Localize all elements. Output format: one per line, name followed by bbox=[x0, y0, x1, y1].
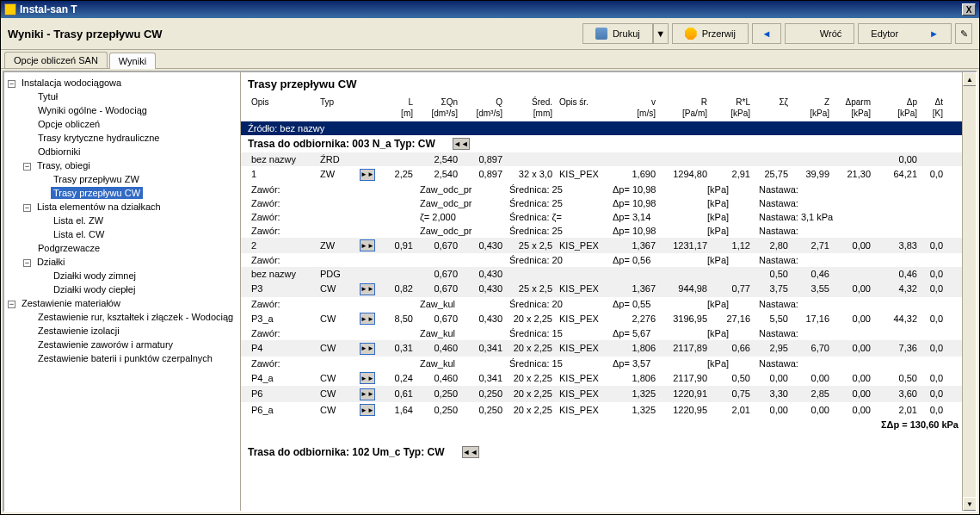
expand-button[interactable]: ►► bbox=[360, 239, 375, 251]
expand-button[interactable]: ►► bbox=[360, 313, 375, 325]
valve-row: Zawór:ζ= 2,000Średnica: ζ=Δp= 3,14[kPa]N… bbox=[241, 210, 976, 224]
extra-button[interactable]: ✎ bbox=[955, 23, 972, 44]
back-button[interactable]: ◄ bbox=[752, 23, 781, 44]
expand-button[interactable]: ►► bbox=[360, 283, 375, 295]
stop-button[interactable]: Przerwij bbox=[672, 23, 749, 44]
tree-dzialki[interactable]: Działki bbox=[34, 256, 67, 268]
expand-button[interactable]: ►► bbox=[360, 169, 375, 181]
data-row: 1ZW►►2,252,5400,89732 x 3,0KIS_PEX1,6901… bbox=[241, 166, 976, 183]
tree-lista-cw[interactable]: Lista el. CW bbox=[51, 228, 107, 240]
tree-panel: −Instalacja wodociągowa Tytuł Wyniki ogó… bbox=[4, 72, 241, 511]
tree-toggle[interactable]: − bbox=[23, 204, 31, 212]
valve-row: Zawór:Zaw_kulŚrednica: 20Δp= 0,55[kPa]Na… bbox=[241, 297, 976, 311]
editor-button[interactable]: Edytor► bbox=[858, 23, 952, 44]
tree-wyniki-ogolne[interactable]: Wyniki ogólne - Wodociąg bbox=[35, 104, 150, 116]
tree-trasy-cw[interactable]: Trasy przepływu CW bbox=[51, 187, 143, 199]
toolbar: Wyniki - Trasy przepływu CW Drukuj ▼ Prz… bbox=[1, 18, 979, 50]
collapse-button[interactable]: ◄◄ bbox=[462, 446, 479, 458]
stop-icon bbox=[685, 28, 697, 40]
expand-button[interactable]: ►► bbox=[360, 388, 375, 400]
data-row: P4CW►►0,310,4600,34120 x 2,25KIS_PEX1,80… bbox=[241, 340, 976, 357]
sum-row: ΣΔp = 130,60 kPa bbox=[241, 418, 976, 431]
source-bar: Źródło: bez nazwy bbox=[241, 121, 976, 135]
expand-button[interactable]: ►► bbox=[360, 404, 375, 416]
expand-button[interactable]: ►► bbox=[360, 343, 375, 355]
tree-toggle[interactable]: − bbox=[23, 259, 31, 267]
data-row: P3CW►►0,820,6700,43025 x 2,5KIS_PEX1,367… bbox=[241, 281, 976, 297]
tab-opcje[interactable]: Opcje obliczeń SAN bbox=[4, 52, 108, 68]
scroll-up-button[interactable]: ▲ bbox=[963, 72, 976, 86]
tree-lista-zw[interactable]: Lista el. ZW bbox=[51, 214, 106, 226]
arrow-left-icon: ◄ bbox=[761, 28, 771, 39]
valve-row: Zawór:Średnica: 20Δp= 0,56[kPa]Nastawa: bbox=[241, 253, 976, 267]
print-dropdown[interactable]: ▼ bbox=[653, 23, 669, 44]
valve-row: Zawór:Zaw_odc_prŚrednica: 25Δp= 10,98[kP… bbox=[241, 224, 976, 238]
valve-row: Zawór:Zaw_odc_prŚrednica: 25Δp= 10,98[kP… bbox=[241, 196, 976, 210]
tree-toggle[interactable]: − bbox=[23, 163, 31, 171]
group-header-2: Trasa do odbiornika: 102 Um_c Typ: CW ◄◄ bbox=[241, 444, 976, 461]
page-title: Wyniki - Trasy przepływu CW bbox=[8, 28, 579, 40]
data-row: P6CW►►0,610,2500,25020 x 2,25KIS_PEX1,32… bbox=[241, 386, 976, 402]
expand-button[interactable]: ►► bbox=[360, 372, 375, 384]
column-units: [m] [dm³/s] [dm³/s] [mm] [m/s] [Pa/m] [k… bbox=[241, 109, 976, 121]
titlebar: Instal-san T X bbox=[1, 1, 979, 18]
tree-toggle[interactable]: − bbox=[8, 301, 15, 308]
close-button[interactable]: X bbox=[962, 3, 976, 16]
app-icon bbox=[4, 3, 16, 16]
vertical-scrollbar[interactable]: ▲ ▼ bbox=[962, 72, 976, 511]
data-title: Trasy przepływu CW bbox=[241, 72, 976, 96]
valve-row: Zawór:Zaw_kulŚrednica: 15Δp= 5,67[kPa]Na… bbox=[241, 326, 976, 340]
tree-zest-baterii[interactable]: Zestawienie baterii i punktów czerpalnyc… bbox=[35, 352, 215, 364]
tree-trasy-zw[interactable]: Trasy przepływu ZW bbox=[51, 173, 142, 185]
tree-toggle[interactable]: − bbox=[8, 80, 15, 88]
tree-zest-izolacji[interactable]: Zestawienie izolacji bbox=[35, 325, 122, 337]
data-panel: Trasy przepływu CW Opis Typ L ΣQn Q Śred… bbox=[241, 72, 976, 511]
tree-trasy-krytyczne[interactable]: Trasy krytyczne hydrauliczne bbox=[35, 132, 162, 144]
tree-lista-elementow[interactable]: Lista elementów na działkach bbox=[34, 201, 163, 213]
tree-root-instalacja[interactable]: Instalacja wodociągowa bbox=[19, 77, 124, 89]
data-row: P3_aCW►►8,500,6700,43020 x 2,25KIS_PEX2,… bbox=[241, 311, 976, 327]
tree-opcje[interactable]: Opcje obliczeń bbox=[35, 118, 102, 130]
tree-odbiorniki[interactable]: Odbiorniki bbox=[35, 146, 83, 158]
tree-root-zestawienie[interactable]: Zestawienie materiałów bbox=[19, 297, 123, 309]
data-row: P6_aCW►►1,640,2500,25020 x 2,25KIS_PEX1,… bbox=[241, 402, 976, 419]
group-header-1: Trasa do odbiornika: 003 N_a Typ: CW ◄◄ bbox=[241, 135, 976, 152]
tree-trasy-obiegi[interactable]: Trasy, obiegi bbox=[34, 159, 93, 171]
tree-dzialki-cieplej[interactable]: Działki wody ciepłej bbox=[51, 283, 138, 295]
tree-dzialki-zimnej[interactable]: Działki wody zimnej bbox=[51, 270, 139, 282]
print-button[interactable]: Drukuj bbox=[582, 23, 653, 44]
arrow-right-icon: ► bbox=[929, 28, 939, 39]
tree-tytul[interactable]: Tytuł bbox=[35, 90, 60, 102]
scroll-down-button[interactable]: ▼ bbox=[963, 497, 976, 511]
tree-zest-zaworow[interactable]: Zestawienie zaworów i armatury bbox=[35, 338, 176, 351]
data-row: 2ZW►►0,910,6700,43025 x 2,5KIS_PEX1,3671… bbox=[241, 238, 976, 254]
data-row: bez nazwyŹRD2,5400,8970,00 bbox=[241, 152, 976, 166]
window-title: Instal-san T bbox=[20, 3, 962, 16]
data-row: P4_aCW►►0,240,4600,34120 x 2,25KIS_PEX1,… bbox=[241, 370, 976, 387]
tabs: Opcje obliczeń SAN Wyniki bbox=[1, 52, 979, 69]
tab-wyniki[interactable]: Wyniki bbox=[109, 53, 156, 69]
data-row: bez nazwyPDG0,6700,4300,500,460,460,0 bbox=[241, 267, 976, 281]
tree-zest-rur[interactable]: Zestawienie rur, kształtek i złączek - W… bbox=[35, 311, 236, 323]
print-icon bbox=[595, 28, 607, 40]
tree-podgrzewacze[interactable]: Podgrzewacze bbox=[35, 242, 102, 254]
valve-row: Zawór:Zaw_odc_prŚrednica: 25Δp= 10,98[kP… bbox=[241, 183, 976, 196]
collapse-button[interactable]: ◄◄ bbox=[453, 138, 470, 150]
column-headers: Opis Typ L ΣQn Q Śred. Opis śr. v R R*L … bbox=[241, 96, 976, 109]
wroc-button[interactable]: Wróć bbox=[785, 23, 854, 44]
valve-row: Zawór:Zaw_kulŚrednica: 15Δp= 3,57[kPa]Na… bbox=[241, 357, 976, 370]
